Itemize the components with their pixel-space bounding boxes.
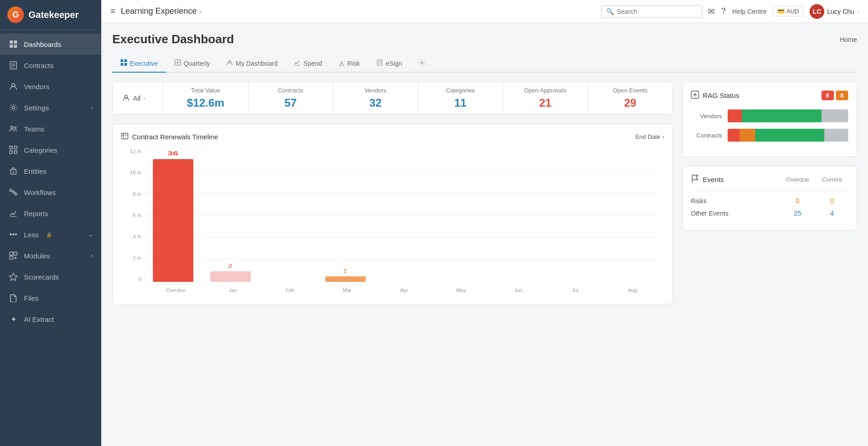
- dashboard-grid: All › Total Value $12.6m Contracts 57 Ve…: [112, 82, 857, 304]
- tab-risk[interactable]: ⚠ Risk: [330, 55, 368, 73]
- categories-icon: [8, 145, 18, 155]
- rag-title-icon: [691, 91, 699, 100]
- stat-open-events: Open Events 29: [588, 82, 673, 114]
- sidebar-item-ai-extract[interactable]: ✦ AI Extract: [0, 309, 101, 330]
- chart-title-icon: [121, 132, 128, 141]
- svg-rect-57: [210, 271, 251, 282]
- tab-executive-icon: [121, 59, 127, 67]
- sidebar-label-dashboards: Dashboards: [24, 40, 61, 48]
- svg-rect-0: [10, 40, 13, 44]
- svg-rect-21: [15, 193, 17, 195]
- sidebar-nav: Dashboards Contracts Vendors Settings ›: [0, 30, 101, 446]
- logo[interactable]: G Gatekeeper: [0, 0, 101, 30]
- tab-spend[interactable]: Spend: [286, 55, 330, 73]
- rag-contracts-red: [728, 129, 740, 142]
- sidebar-item-dashboards[interactable]: Dashboards: [0, 34, 101, 55]
- dashboard-left: All › Total Value $12.6m Contracts 57 Ve…: [112, 82, 673, 304]
- sidebar-item-entities[interactable]: Entities: [0, 160, 101, 182]
- sidebar-item-workflows[interactable]: Workflows: [0, 182, 101, 203]
- events-current-header: Current: [816, 176, 848, 183]
- home-link[interactable]: Home: [840, 36, 857, 43]
- events-flag-icon: [691, 175, 699, 184]
- svg-point-11: [14, 127, 16, 129]
- svg-rect-12: [10, 146, 12, 149]
- sidebar-label-files: Files: [24, 294, 39, 302]
- svg-rect-20: [12, 191, 15, 193]
- sidebar-item-reports[interactable]: Reports: [0, 203, 101, 224]
- breadcrumb-text: Learning Experience: [121, 6, 197, 16]
- y-label-12m: 12 m: [130, 149, 141, 154]
- reports-icon: [8, 208, 18, 218]
- mail-icon[interactable]: ✉: [708, 6, 715, 17]
- events-risks-overdue: 0: [779, 197, 816, 205]
- currency-selector[interactable]: 💳 AUD: [773, 6, 803, 17]
- help-icon[interactable]: ?: [721, 6, 726, 16]
- tab-esign-label: eSign: [386, 60, 402, 67]
- stat-vendors: Vendors 32: [333, 82, 418, 114]
- sidebar-label-modules: Modules: [24, 252, 50, 260]
- svg-rect-59: [325, 276, 366, 282]
- sidebar-item-less[interactable]: ••• Less 🔒 ⌄: [0, 224, 101, 245]
- svg-rect-40: [377, 60, 382, 65]
- rag-badge-red: 6: [822, 91, 834, 100]
- tab-quarterly[interactable]: Quarterly: [166, 55, 219, 73]
- sidebar-label-reports: Reports: [24, 210, 48, 217]
- files-icon: [8, 293, 18, 303]
- tab-esign-icon: [376, 59, 383, 67]
- events-row-other: Other Events 25 4: [691, 209, 848, 217]
- sidebar-item-teams[interactable]: Teams: [0, 118, 101, 139]
- events-other-overdue: 25: [779, 209, 816, 217]
- stat-total-value-val: $12.6m: [187, 97, 224, 109]
- rag-row-vendors: Vendors: [691, 109, 848, 122]
- stat-total-value-label: Total Value: [191, 87, 220, 94]
- events-risks-current: 0: [816, 197, 848, 205]
- content-area: Executive Dashboard Home Executive Quart…: [101, 23, 868, 446]
- less-arrow: ⌄: [88, 231, 93, 238]
- events-other-label: Other Events: [691, 210, 779, 217]
- sidebar-item-contracts[interactable]: Contracts: [0, 55, 101, 76]
- user-menu[interactable]: LC Lucy Chu ›: [810, 4, 859, 19]
- sidebar-item-scorecards[interactable]: Scorecards: [0, 266, 101, 287]
- svg-rect-55: [153, 159, 193, 282]
- sidebar-item-files[interactable]: Files: [0, 287, 101, 309]
- x-label-jun: Jun: [491, 284, 545, 296]
- tab-executive[interactable]: Executive: [112, 55, 166, 73]
- svg-rect-33: [121, 63, 123, 66]
- breadcrumb: Learning Experience ›: [121, 6, 202, 16]
- sidebar-label-scorecards: Scorecards: [24, 273, 59, 281]
- search-input[interactable]: [617, 8, 697, 15]
- search-box[interactable]: 🔍: [601, 5, 702, 18]
- events-header: Events Overdue Current: [691, 175, 848, 184]
- events-title: Events: [691, 175, 779, 184]
- tab-settings[interactable]: [411, 55, 434, 73]
- stats-all-filter[interactable]: All ›: [113, 82, 163, 114]
- svg-rect-45: [122, 133, 128, 139]
- stat-open-approvals-val: 21: [539, 97, 551, 109]
- menu-icon[interactable]: ≡: [110, 6, 116, 16]
- sidebar-item-vendors[interactable]: Vendors: [0, 76, 101, 97]
- svg-rect-1: [14, 40, 17, 44]
- y-label-0: 0: [139, 276, 141, 282]
- sidebar-item-settings[interactable]: Settings ›: [0, 97, 101, 118]
- tab-esign[interactable]: eSign: [368, 55, 411, 73]
- tab-my-dashboard[interactable]: My Dashboard: [218, 55, 286, 73]
- x-label-overdue: Overdue: [149, 284, 203, 296]
- stat-contracts: Contracts 57: [249, 82, 334, 114]
- rag-header: RAG Status 6 8: [691, 91, 848, 100]
- rag-contracts-bar: [728, 129, 848, 142]
- x-labels: Overdue Jan Feb Mar Apr May Jun Jul Aug: [149, 284, 660, 296]
- svg-point-10: [11, 126, 13, 129]
- user-dropdown-arrow: ›: [857, 9, 859, 14]
- events-other-current: 4: [816, 209, 848, 217]
- tab-risk-label: Risk: [347, 60, 360, 67]
- help-centre-link[interactable]: Help Centre: [732, 8, 767, 15]
- events-row-risks: Risks 0 0: [691, 197, 848, 205]
- sidebar-item-categories[interactable]: Categories: [0, 139, 101, 160]
- svg-rect-13: [14, 146, 17, 149]
- modules-arrow: ›: [91, 252, 93, 259]
- chart-filter[interactable]: End Date ›: [635, 133, 664, 140]
- y-label-10m: 10 m: [130, 170, 141, 175]
- rag-badges: 6 8: [822, 91, 848, 100]
- events-risks-label: Risks: [691, 197, 779, 205]
- sidebar-item-modules[interactable]: Modules ›: [0, 245, 101, 266]
